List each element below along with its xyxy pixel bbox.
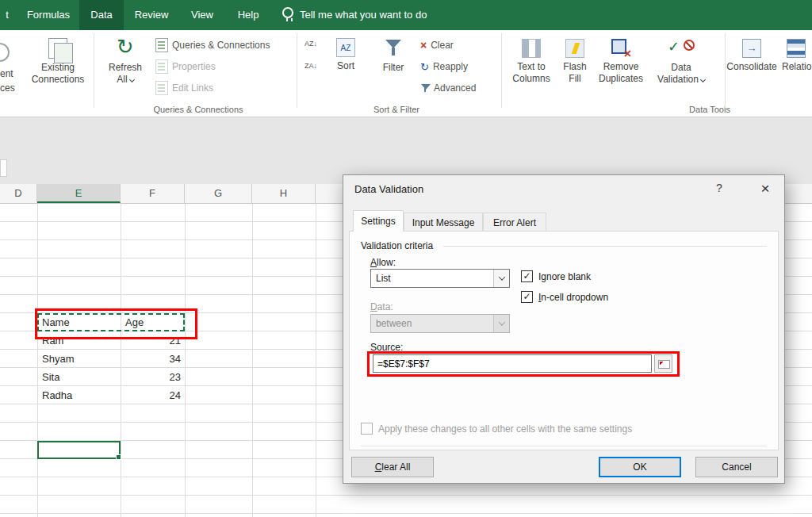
data-selected-value: between [376,318,412,329]
clear-label: Clear [431,40,454,51]
column-header-D[interactable]: D [0,184,37,203]
cell-F10[interactable]: 23 [121,371,181,383]
tab-settings[interactable]: Settings [353,210,404,232]
cell-F9[interactable]: 34 [121,353,181,365]
filter-button[interactable]: Filter [374,35,412,108]
cancel-button[interactable]: Cancel [695,457,778,477]
properties-label: Properties [172,61,216,72]
ignore-blank-checkbox[interactable]: ✓ Ignore blank [521,270,591,282]
dialog-help-button[interactable]: ? [710,182,729,199]
button-divider [361,446,767,446]
gridline [316,204,316,517]
ignore-blank-label: Ignore blank [538,271,591,282]
active-cell[interactable] [37,441,121,459]
checkmark-icon: ✓ [668,38,680,56]
validation-criteria-label: Validation criteria [361,240,433,251]
data-validation-label: Data Validation [657,62,699,85]
text-to-columns-button[interactable]: Text to Columns [508,35,555,108]
tab-data[interactable]: Data [79,0,124,30]
tab-view[interactable]: View [181,0,224,30]
tell-me-box[interactable]: Tell me what you want to do [300,0,466,30]
name-box-partial[interactable] [0,159,7,177]
text-to-columns-icon [522,39,541,58]
data-validation-button[interactable]: ✓ Data Validation [650,35,712,108]
tab-review[interactable]: Review [127,0,176,30]
advanced-funnel-icon [420,82,430,94]
edit-links-label: Edit Links [172,82,213,94]
clear-x-icon: × [420,39,427,52]
dropdown-button[interactable] [493,270,509,287]
chevron-down-icon [498,274,504,280]
in-cell-dropdown-checkbox[interactable]: ✓ In-cell dropdown [521,291,608,303]
remove-duplicates-button[interactable]: Remove Duplicates [595,35,647,108]
sort-ascending-icon[interactable]: AZ↓ [304,40,317,48]
advanced-label: Advanced [434,82,476,94]
advanced-item[interactable]: Advanced [420,79,476,97]
cropped-label-top[interactable]: ent [0,68,13,79]
dialog-close-button[interactable]: × [753,178,778,199]
column-header-G[interactable]: G [185,184,252,203]
tab-cropped[interactable]: t [0,0,14,30]
ribbon-tab-bar: t Formulas Data Review View Help Tell me… [0,0,812,30]
reapply-icon: ↻ [420,61,429,73]
cell-E9[interactable]: Shyam [42,353,74,365]
excel-window: t Formulas Data Review View Help Tell me… [0,0,812,517]
annotation-rectangle-2 [367,351,680,377]
cell-F11[interactable]: 24 [121,389,181,401]
consolidate-label: Consolidate [726,61,776,73]
text-to-columns-label: Text to Columns [509,61,553,85]
sort-descending-icon[interactable]: ZA↓ [304,62,317,70]
connections-icon [48,38,67,59]
group-separator [94,33,94,108]
tab-help[interactable]: Help [228,0,268,30]
settings-tab-panel [349,231,779,450]
relationships-label: Relatio [782,61,811,73]
column-header-F[interactable]: F [121,184,185,203]
annotation-rectangle-1 [35,308,197,339]
tab-error-alert[interactable]: Error Alert [483,213,546,232]
properties-item: Properties [155,58,216,75]
consolidate-button[interactable]: → Consolidate [726,35,777,108]
column-header-H[interactable]: H [252,184,316,203]
cell-E10[interactable]: Sita [42,371,59,383]
existing-connections-button[interactable]: Existing Connections [24,35,92,108]
remove-duplicates-icon [611,39,630,58]
sort-icon: AZ [336,38,355,57]
queries-connections-item[interactable]: Queries & Connections [155,36,270,54]
ribbon: ent ces Existing Connections ↻ Refresh A… [0,30,812,117]
data-validation-dialog: Data Validation ? × Settings Input Messa… [343,174,785,484]
consolidate-icon: → [742,39,761,58]
reapply-item[interactable]: ↻ Reapply [420,58,468,75]
tab-formulas[interactable]: Formulas [19,0,78,30]
gridline [37,204,38,517]
column-header-E[interactable]: E [37,184,121,203]
dropdown-button [493,315,509,332]
filter-label: Filter [383,62,404,74]
checkbox-checked-icon: ✓ [521,291,533,303]
cropped-icon [0,43,10,62]
filter-funnel-icon [385,38,402,59]
allow-select[interactable]: List [370,269,510,288]
clear-all-button[interactable]: Clear All [351,457,434,477]
refresh-icon: ↻ [117,35,134,59]
relationships-button[interactable]: Relatio [782,35,812,108]
ok-button[interactable]: OK [599,457,681,477]
relationships-icon [787,39,806,58]
refresh-all-button[interactable]: ↻ Refresh All [100,35,151,108]
allow-label: Allow: [370,257,396,268]
sort-button[interactable]: AZ Sort [325,35,366,108]
group-separator [297,33,297,108]
apply-settings-checkbox: Apply these changes to all other cells w… [361,423,632,435]
cropped-label-bottom[interactable]: ces [0,82,15,94]
chevron-down-icon [498,319,504,325]
group-separator [501,33,502,108]
data-label: Data: [370,301,393,312]
no-symbol-icon [684,40,695,51]
tab-input-message[interactable]: Input Message [404,213,483,232]
flash-fill-button[interactable]: Flash Fill [557,35,593,108]
clear-item[interactable]: × Clear [420,36,454,54]
cell-E11[interactable]: Radha [42,389,72,401]
queries-icon [155,38,168,52]
reapply-label: Reapply [433,61,468,72]
checkbox-checked-icon: ✓ [521,270,533,282]
